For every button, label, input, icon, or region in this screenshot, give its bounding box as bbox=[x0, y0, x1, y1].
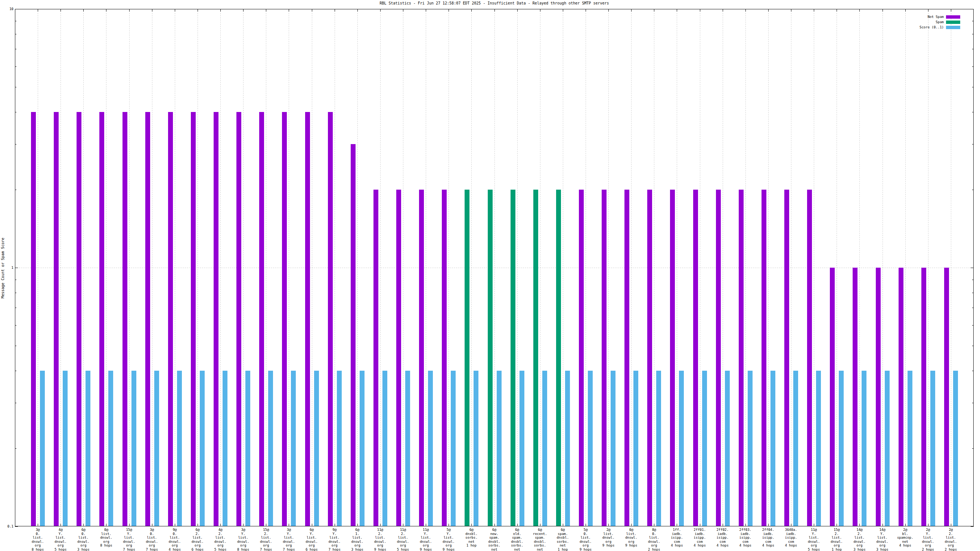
y-axis-minor-tick bbox=[972, 448, 974, 449]
x-tick-label-line: Y. bbox=[118, 532, 141, 536]
x-axis-tick bbox=[220, 9, 221, 11]
x-tick-label-line: 11@ bbox=[414, 528, 438, 532]
bar-score bbox=[633, 371, 638, 526]
y-axis-minor-tick bbox=[15, 49, 16, 49]
x-tick-label-line: dnsbl. bbox=[528, 540, 552, 544]
x-tick-label-line: 5 hops bbox=[209, 548, 232, 551]
x-axis-tick bbox=[608, 524, 609, 526]
x-tick-label-line: 9@ bbox=[163, 528, 186, 532]
x-tick-label-line: dnswl. bbox=[140, 540, 164, 544]
x-tick-label-line: dnswl. bbox=[72, 540, 95, 544]
x-tick-label-line: org bbox=[437, 543, 460, 548]
x-tick-label-line: spamcop. bbox=[894, 536, 917, 540]
gridline-vertical bbox=[791, 10, 791, 526]
y-axis-tick bbox=[15, 268, 18, 268]
bar-not-spam bbox=[123, 112, 127, 526]
gridline-vertical bbox=[38, 10, 38, 526]
x-axis-tick bbox=[563, 524, 563, 526]
x-tick-label-line: dnsbl. bbox=[506, 540, 529, 544]
x-axis-tick bbox=[129, 524, 130, 526]
x-axis-tick bbox=[814, 524, 814, 526]
y-tick-label: 10 bbox=[1, 7, 13, 11]
x-tick-label-line: dnswl. bbox=[186, 540, 209, 544]
x-axis-tick bbox=[357, 524, 358, 526]
x-tick-label-line: org bbox=[848, 543, 871, 548]
x-tick-label: 6@old.spam.dnsbl.sorbs.net1 hop bbox=[506, 528, 529, 551]
bar-score bbox=[291, 371, 296, 526]
x-tick-label: 3@0.list.dnswl.org7 hops bbox=[140, 528, 164, 551]
x-tick-label-line: 6 hops bbox=[300, 548, 323, 551]
bar-not-spam bbox=[739, 190, 744, 526]
x-tick-label-line: 5 hops bbox=[802, 548, 826, 551]
bar-score bbox=[108, 371, 113, 526]
y-axis-minor-tick bbox=[15, 87, 16, 87]
x-tick-label-line: org bbox=[574, 543, 597, 548]
bar-score bbox=[132, 371, 136, 526]
x-tick-label-line: Y. bbox=[49, 532, 72, 536]
x-tick-label-line: 0@ bbox=[94, 528, 118, 532]
x-tick-label-line: 6@ bbox=[186, 528, 209, 532]
x-tick-label-line: 2. bbox=[848, 532, 871, 536]
bar-not-spam bbox=[830, 268, 835, 526]
x-tick-label-line: dnswl. bbox=[118, 540, 141, 544]
x-axis-tick bbox=[768, 524, 768, 526]
x-tick-label-line: iadb. bbox=[734, 532, 757, 536]
gridline-vertical bbox=[129, 10, 130, 526]
x-tick-label-line: dnswl. bbox=[346, 540, 369, 544]
x-tick-label-line: recent. bbox=[528, 532, 552, 536]
bar-not-spam bbox=[693, 190, 698, 526]
x-tick-label-line: list. bbox=[209, 536, 232, 540]
legend-label: Score (0..1) bbox=[920, 25, 944, 29]
x-tick-label: 15@Y.list.dnswl.org7 hops bbox=[118, 528, 141, 551]
x-tick-label-line: iadb. bbox=[757, 532, 780, 536]
x-axis-tick bbox=[129, 9, 130, 11]
bar-not-spam bbox=[145, 112, 150, 526]
x-tick-label-line: 2. bbox=[369, 532, 392, 536]
y-axis-minor-tick bbox=[15, 293, 16, 293]
x-tick-label: 2ff03.iadb.isipp.com4 hops bbox=[734, 528, 757, 548]
x-axis-tick bbox=[631, 9, 632, 11]
bar-not-spam bbox=[921, 268, 926, 526]
bar-score bbox=[679, 371, 684, 526]
x-tick-label-line: 3@ bbox=[232, 528, 255, 532]
x-tick-label-line: 9 hops bbox=[437, 548, 460, 551]
x-tick-label-line: org bbox=[72, 543, 95, 548]
x-tick-label-line: dnswl. bbox=[255, 540, 277, 544]
gridline-vertical bbox=[289, 10, 289, 526]
x-tick-label-line: 2ff03. bbox=[734, 528, 757, 532]
x-tick-label-line: 3@ bbox=[277, 528, 300, 532]
bar-not-spam bbox=[54, 112, 59, 526]
x-tick-label-line: net bbox=[894, 540, 917, 544]
x-tick-label: 11@Y.list.dnswl.org9 hops bbox=[414, 528, 438, 551]
bar-spam bbox=[465, 190, 469, 526]
x-tick-label-line: bl. bbox=[894, 532, 917, 536]
x-tick-label-line: list. bbox=[391, 536, 415, 540]
x-tick-label-line: 3@ bbox=[26, 528, 49, 532]
bar-not-spam bbox=[419, 190, 424, 526]
gridline-vertical bbox=[768, 10, 768, 526]
x-tick-label-line: isipp. bbox=[780, 536, 803, 540]
x-tick-label: 2ff01.iadb.isipp.com4 hops bbox=[688, 528, 711, 548]
x-tick-label-line: list. bbox=[323, 536, 346, 540]
x-axis-tick bbox=[791, 524, 791, 526]
x-axis-tick bbox=[449, 9, 449, 11]
x-tick-label-line: list. bbox=[916, 536, 940, 540]
x-tick-label-line: 3 hops bbox=[346, 548, 369, 551]
x-tick-label-line: 2. bbox=[255, 532, 277, 536]
x-tick-label: 11@2.list.dnswl.org5 hops bbox=[391, 528, 415, 551]
x-axis-tick bbox=[951, 524, 951, 526]
bar-not-spam bbox=[876, 268, 881, 526]
x-tick-label-line: 5@ bbox=[574, 528, 597, 532]
x-tick-label: 9@Y.list.dnswl.org7 hops bbox=[323, 528, 346, 551]
bar-score bbox=[565, 371, 570, 526]
x-axis-tick bbox=[83, 524, 84, 526]
x-tick-label: 15@2.list.dnswl.org1 hop bbox=[825, 528, 848, 551]
x-tick-label-line: org bbox=[620, 540, 643, 544]
x-tick-label-line: spam. bbox=[483, 536, 506, 540]
y-axis-minor-tick bbox=[15, 371, 16, 371]
x-tick-label-line: 2@ bbox=[597, 528, 620, 532]
x-tick-label: 2@list.dnswl.org9 hops bbox=[597, 528, 620, 548]
x-tick-label-line: 14@ bbox=[871, 528, 894, 532]
x-tick-label: 6@2.list.dnswl.org6 hops bbox=[186, 528, 209, 551]
gridline-vertical bbox=[814, 10, 814, 526]
